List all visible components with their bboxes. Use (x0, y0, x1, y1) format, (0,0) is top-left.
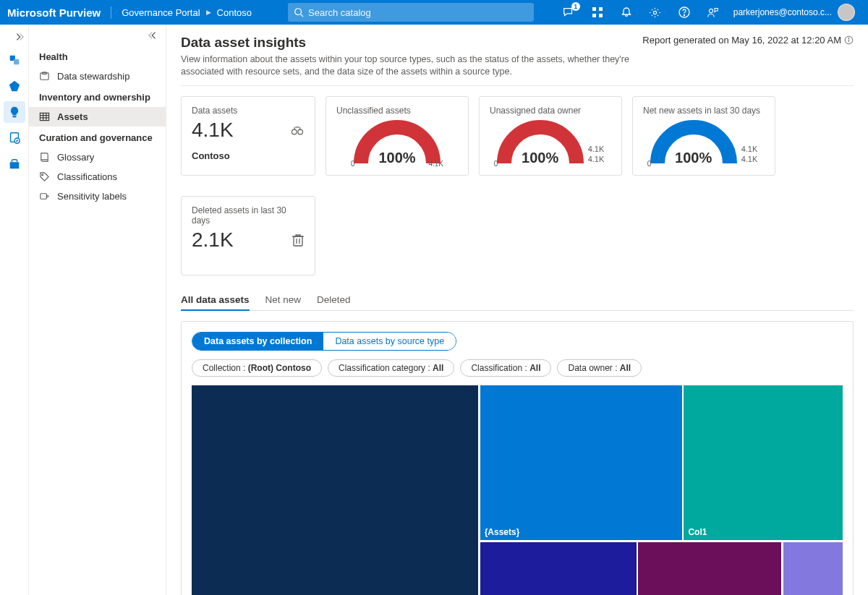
treemap-cell[interactable]: MasterCollection (192, 385, 478, 595)
rail-item-management[interactable] (4, 153, 25, 175)
sidebar-item-label: Sensitivity labels (57, 191, 127, 202)
search-box[interactable] (288, 3, 534, 22)
kpi-value: 4.1K (192, 119, 234, 142)
tab-net-new[interactable]: Net new (265, 290, 302, 310)
sidebar-item-classifications[interactable]: Classifications (29, 167, 166, 187)
svg-point-28 (848, 38, 849, 38)
sidebar-section-health: Health (29, 46, 166, 67)
treemap-panel: Data assets by collection Data assets by… (181, 321, 854, 595)
svg-rect-11 (14, 59, 19, 64)
grid-icon (39, 111, 50, 122)
svg-line-1 (301, 14, 304, 17)
seg-by-source-type[interactable]: Data assets by source type (323, 333, 456, 350)
page-title: Data asset insights (181, 35, 642, 51)
sidebar: Health Data stewardship Inventory and ow… (29, 25, 166, 595)
svg-point-6 (654, 11, 657, 14)
sidebar-item-sensitivity-labels[interactable]: Sensitivity labels (29, 187, 166, 206)
info-icon[interactable] (844, 35, 854, 45)
avatar (838, 4, 855, 21)
filter-collection[interactable]: Collection : (Root) Contoso (192, 359, 322, 377)
svg-point-9 (710, 9, 713, 12)
sidebar-item-label: Data stewardship (57, 71, 129, 82)
treemap-cell[interactable]: Col2 (480, 542, 637, 595)
rail-item-policy[interactable] (4, 127, 25, 149)
page-description: View information about the assets within… (181, 53, 642, 78)
user-email: parkerjones@contoso.c... (733, 7, 832, 17)
svg-rect-25 (41, 194, 46, 200)
rail-item-map[interactable] (4, 75, 25, 97)
bell-icon[interactable] (618, 4, 635, 21)
sidebar-item-label: Glossary (57, 152, 94, 163)
filter-classification-category[interactable]: Classification category : All (328, 359, 454, 377)
svg-rect-5 (599, 14, 603, 17)
svg-rect-3 (599, 7, 603, 11)
svg-point-24 (42, 174, 43, 176)
treemap-cell[interactable]: entitytestmove2 (638, 542, 781, 595)
book-icon (39, 152, 50, 163)
sidebar-item-assets[interactable]: Assets (29, 107, 166, 127)
product-name: Microsoft Purview (7, 7, 111, 19)
gear-icon[interactable] (647, 4, 664, 21)
person-feedback-icon[interactable] (705, 4, 722, 21)
card-deleted-assets[interactable]: Deleted assets in last 30 days 2.1K (181, 196, 315, 275)
sidebar-item-data-stewardship[interactable]: Data stewardship (29, 67, 166, 86)
sidebar-item-label: Classifications (57, 171, 117, 182)
label-icon (39, 191, 50, 202)
gauge-unassigned: 100% 0 (497, 120, 584, 166)
card-unassigned-owner[interactable]: Unassigned data owner 100% 0 4.1K 4.1K (479, 96, 622, 176)
svg-rect-4 (592, 14, 596, 17)
svg-point-30 (298, 129, 303, 134)
card-unclassified-assets[interactable]: Unclassified assets 100% 04.1K (326, 96, 469, 176)
card-net-new-assets[interactable]: Net new assets in last 30 days 100% 0 4.… (632, 96, 775, 176)
notification-badge: 1 (571, 2, 580, 11)
header-actions: 1 parkerjones@contoso.c... (560, 4, 861, 21)
breadcrumb: Governance Portal ▶ Contoso (111, 7, 252, 18)
user-menu[interactable]: parkerjones@contoso.c... (733, 4, 855, 21)
svg-rect-13 (12, 116, 16, 117)
treemap-cell[interactable]: Col1 (684, 385, 843, 540)
segmented-control: Data assets by collection Data assets by… (192, 332, 456, 351)
sidebar-item-glossary[interactable]: Glossary (29, 147, 166, 167)
main-content: Data asset insights View information abo… (166, 25, 868, 595)
trash-icon (292, 233, 305, 247)
svg-point-29 (292, 129, 297, 134)
collapse-sidebar-icon[interactable] (29, 27, 166, 46)
seg-by-collection[interactable]: Data assets by collection (192, 333, 323, 350)
expand-rail-icon[interactable] (9, 29, 28, 45)
breadcrumb-portal[interactable]: Governance Portal (122, 7, 200, 18)
kpi-value: 2.1K (192, 228, 234, 252)
svg-point-0 (295, 9, 302, 15)
report-timestamp: Report generated on May 16, 2022 at 12:2… (642, 35, 854, 46)
tag-icon (39, 171, 50, 182)
card-data-assets[interactable]: Data assets 4.1K Contoso (181, 96, 315, 176)
feedback-icon[interactable]: 1 (560, 4, 577, 21)
tab-all-data-assets[interactable]: All data assets (181, 290, 250, 311)
filter-classification[interactable]: Classification : All (460, 359, 551, 377)
svg-marker-12 (9, 81, 19, 91)
treemap-cell[interactable]: {Assets} (480, 385, 682, 540)
gauge-unclassified: 100% 04.1K (354, 120, 441, 166)
stewardship-icon (39, 71, 50, 82)
apps-icon[interactable] (589, 4, 606, 21)
tab-strip: All data assets Net new Deleted (181, 290, 854, 311)
nav-rail (0, 25, 29, 595)
treemap-chart[interactable]: MasterCollection {Assets} Col1 Col2 enti… (192, 385, 843, 595)
search-input[interactable] (308, 7, 528, 18)
svg-rect-31 (294, 236, 302, 246)
binoculars-icon (290, 123, 305, 137)
search-icon (294, 7, 304, 17)
rail-item-insights[interactable] (4, 101, 25, 123)
help-icon[interactable] (676, 4, 693, 21)
svg-rect-2 (592, 7, 596, 11)
sidebar-item-label: Assets (57, 111, 88, 122)
gauge-netnew: 100% 0 (650, 120, 737, 166)
tab-deleted[interactable]: Deleted (317, 290, 351, 310)
rail-item-sources[interactable] (4, 49, 25, 71)
filter-data-owner[interactable]: Data owner : All (557, 359, 642, 377)
svg-point-8 (684, 14, 684, 15)
breadcrumb-account: Contoso (217, 7, 252, 18)
global-header: Microsoft Purview Governance Portal ▶ Co… (0, 0, 868, 25)
treemap-cell[interactable]: entitytestm... (783, 542, 843, 595)
svg-rect-18 (40, 113, 48, 120)
sidebar-section-curation: Curation and governance (29, 127, 166, 147)
